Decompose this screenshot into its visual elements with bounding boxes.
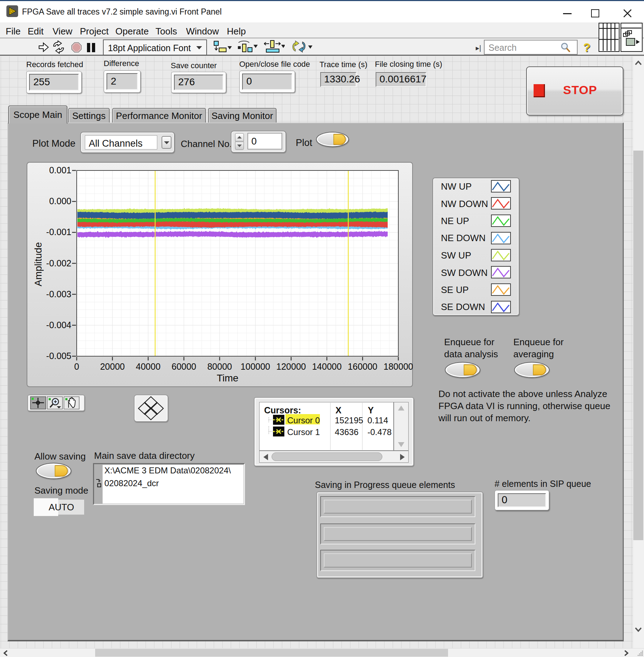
svg-text:Amplitude: Amplitude xyxy=(33,242,44,287)
svg-text:80000: 80000 xyxy=(207,362,232,371)
svg-text:40000: 40000 xyxy=(136,362,161,371)
svg-text:-0.004: -0.004 xyxy=(46,320,71,330)
svg-text:0: 0 xyxy=(74,362,79,371)
svg-text:-0.005: -0.005 xyxy=(46,351,71,361)
svg-text:60000: 60000 xyxy=(171,362,196,371)
svg-text:100000: 100000 xyxy=(241,362,270,371)
svg-text:140000: 140000 xyxy=(312,362,342,371)
svg-text:Time: Time xyxy=(217,373,238,384)
svg-text:0.001: 0.001 xyxy=(49,165,71,175)
svg-text:160000: 160000 xyxy=(348,362,377,371)
svg-text:20000: 20000 xyxy=(100,362,125,371)
svg-text:120000: 120000 xyxy=(276,362,306,371)
svg-text:-0.002: -0.002 xyxy=(46,258,71,268)
svg-text:0.000: 0.000 xyxy=(49,196,71,206)
svg-text:-0.001: -0.001 xyxy=(46,227,71,237)
svg-text:180000: 180000 xyxy=(383,362,413,371)
svg-text:-0.003: -0.003 xyxy=(46,289,71,299)
